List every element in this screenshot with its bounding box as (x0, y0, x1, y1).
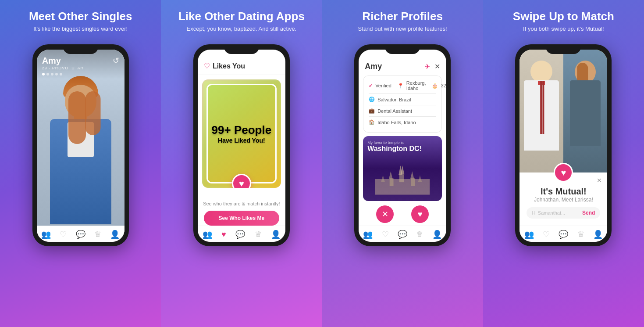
like-button[interactable]: ♥ (411, 205, 429, 223)
phone-4-screen: ♥ ✕ It's Mutual! Johnathan, Meet Larissa… (519, 50, 607, 242)
profile-age-location: 29 - PROVO, UTAH (42, 66, 119, 70)
nav-crown-icon[interactable]: ♛ (94, 230, 101, 239)
nav3-person-icon[interactable]: 👤 (432, 230, 442, 239)
people-subtitle: Have Liked You! (218, 137, 265, 144)
likes-you-title: Likes You (213, 62, 245, 70)
location-label: Rexburg, Idaho (406, 80, 426, 91)
phone-3-notch (385, 44, 420, 54)
phone-1-content: Amy 29 - PROVO, UTAH ↺ (37, 50, 125, 226)
mutual-title: It's Mutual! (527, 187, 600, 197)
nav2-chat-icon[interactable]: 💬 (235, 230, 245, 239)
nav3-chat-icon[interactable]: 💬 (398, 230, 407, 239)
occupation-tag: 💼 Dental Assistant (369, 108, 436, 114)
woman-body (570, 80, 601, 146)
nav3-people-icon[interactable]: 👥 (363, 230, 373, 239)
close-mutual-button[interactable]: ✕ (597, 177, 602, 184)
mutual-subtitle: Johnathan, Meet Larissa! (527, 197, 600, 203)
separator-1 (369, 93, 436, 94)
suspender-left (541, 81, 542, 134)
nav2-person-icon[interactable]: 👤 (271, 230, 281, 239)
panel-dating-apps: Like Other Dating Apps Except, you know,… (161, 0, 322, 327)
nav3-heart-icon[interactable]: ♡ (382, 230, 389, 239)
hometown-tag: 🏠 Idaho Falls, Idaho (369, 119, 436, 125)
nav4-people-icon[interactable]: 👥 (524, 230, 534, 239)
profile-location: PROVO, UTAH (52, 66, 84, 70)
nav-chat-icon[interactable]: 💬 (76, 230, 85, 239)
phone-2-screen: ♡ Likes You 99+ People Have Liked You! ♥… (198, 50, 285, 242)
bottom-nav-1: 👥 ♡ 💬 ♛ 👤 (37, 226, 125, 242)
message-row: Hi Samanthat... Send (527, 207, 600, 219)
likes-card: 99+ People Have Liked You! ♥ (202, 79, 281, 188)
see-text: See who they are & match instantly! (198, 201, 285, 206)
refresh-button[interactable]: ↺ (113, 56, 119, 65)
send-button[interactable]: Send (582, 210, 595, 216)
woman-photo (563, 50, 607, 172)
phone-4-notch (546, 44, 581, 54)
phone4-split (519, 50, 607, 172)
heart-header-icon: ♡ (204, 62, 210, 70)
panel-2-header: Like Other Dating Apps Except, you know,… (169, 10, 314, 38)
panel-1-title: Meet Other Singles (8, 10, 153, 23)
temple-card: My favorite temple is Washington DC! (363, 136, 442, 201)
separator-2 (369, 105, 436, 105)
nav4-chat-icon[interactable]: 💬 (559, 230, 568, 239)
phone3-actions: ✈ ✕ (424, 62, 440, 71)
panel-4-subtitle: If you both swipe up, it's Mutual! (491, 25, 636, 32)
temple-name: Washington DC! (367, 145, 438, 153)
svg-marker-8 (381, 175, 385, 182)
phone-1: Amy 29 - PROVO, UTAH ↺ 👥 ♡ (32, 44, 129, 246)
profile-dots (42, 73, 119, 75)
nav2-heart-icon[interactable]: ♥ (221, 230, 226, 239)
age-icon: 🎂 (432, 83, 438, 89)
svg-rect-7 (411, 178, 415, 186)
panel-2-title: Like Other Dating Apps (169, 10, 314, 23)
temple-image-area (367, 153, 438, 197)
mutual-overlay: ♥ ✕ It's Mutual! Johnathan, Meet Larissa… (519, 172, 607, 225)
bottom-nav-2: 👥 ♥ 💬 ♛ 👤 (198, 226, 285, 242)
card-inner: 99+ People Have Liked You! (206, 84, 277, 183)
suspender-right (543, 81, 544, 134)
nav-person-icon[interactable]: 👤 (110, 230, 120, 239)
dot-3 (51, 73, 53, 75)
hometown-label: Idaho Falls, Idaho (377, 120, 416, 125)
panel-richer-profiles: Richer Profiles Stand out with new profi… (322, 0, 483, 327)
nav4-person-icon[interactable]: 👤 (593, 230, 603, 239)
phone-4: ♥ ✕ It's Mutual! Johnathan, Meet Larissa… (515, 44, 612, 246)
send-icon[interactable]: ✈ (424, 62, 430, 71)
nav4-crown-icon[interactable]: ♛ (577, 230, 584, 239)
profile-info-card: ✔ Verified 📍 Rexburg, Idaho 🎂 32 🌐 Salva… (363, 75, 442, 133)
nav2-people-icon[interactable]: 👥 (203, 230, 212, 239)
nav4-heart-icon[interactable]: ♡ (543, 230, 550, 239)
phone-3-screen: Amy ✈ ✕ ✔ Verified 📍 Rexburg, Idaho 🎂 32 (359, 50, 446, 242)
svg-marker-4 (389, 171, 393, 179)
see-who-button[interactable]: See Who Likes Me (204, 211, 279, 226)
man-head (530, 61, 552, 83)
verified-icon: ✔ (369, 83, 373, 89)
dot-5 (60, 73, 62, 75)
panel-swipe-match: Swipe Up to Match If you both swipe up, … (483, 0, 644, 327)
heart-circle-icon: ♥ (239, 179, 244, 188)
dot-4 (55, 73, 58, 75)
man-photo (519, 50, 563, 172)
panel-2-subtitle: Except, you know, baptized. And still ac… (169, 25, 314, 32)
profile-age: 29 (42, 66, 47, 70)
nav3-crown-icon[interactable]: ♛ (416, 230, 423, 239)
profile-name: Amy (42, 56, 119, 66)
svg-marker-9 (418, 175, 422, 182)
action-buttons: ✕ ♥ (359, 201, 446, 226)
message-placeholder: Hi Samanthat... (532, 210, 579, 216)
phone-1-notch (63, 44, 98, 54)
nav2-crown-icon[interactable]: ♛ (255, 230, 262, 239)
woman-silhouette (563, 50, 607, 172)
occupation-icon: 💼 (369, 108, 375, 114)
close-icon[interactable]: ✕ (434, 62, 440, 71)
hometown-icon: 🏠 (369, 119, 375, 125)
hair-left (68, 91, 86, 144)
temple-label: My favorite temple is (367, 140, 438, 145)
nav-people-icon[interactable]: 👥 (41, 230, 51, 239)
reject-button[interactable]: ✕ (376, 205, 394, 223)
panel-3-subtitle: Stand out with new profile features! (330, 25, 475, 32)
dot-2 (46, 73, 49, 75)
hair-right (85, 91, 100, 135)
nav-heart-icon[interactable]: ♡ (60, 230, 67, 239)
